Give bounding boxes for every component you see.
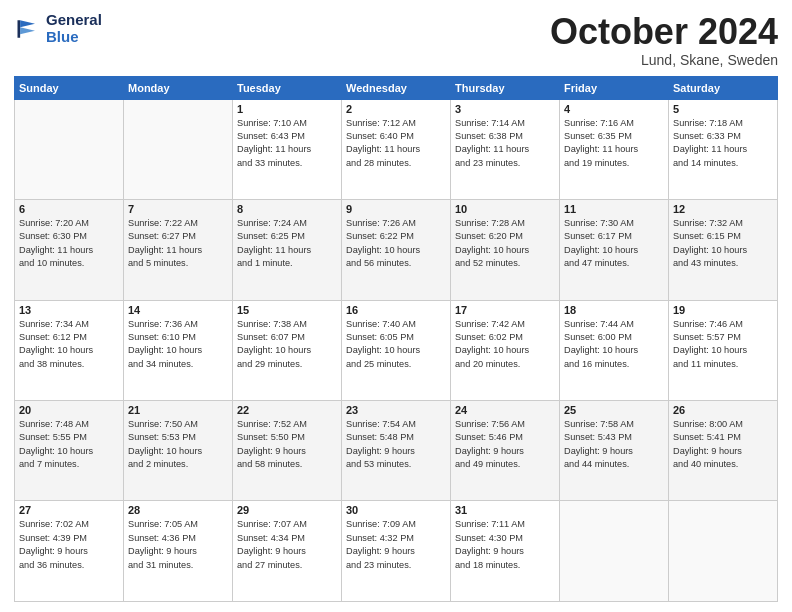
day-info: Sunrise: 7:10 AMSunset: 6:43 PMDaylight:… xyxy=(237,117,337,170)
day-info: Sunrise: 7:32 AMSunset: 6:15 PMDaylight:… xyxy=(673,217,773,270)
day-info: Sunrise: 7:02 AMSunset: 4:39 PMDaylight:… xyxy=(19,518,119,571)
day-info: Sunrise: 7:48 AMSunset: 5:55 PMDaylight:… xyxy=(19,418,119,471)
calendar-week-0: 1Sunrise: 7:10 AMSunset: 6:43 PMDaylight… xyxy=(15,99,778,199)
table-row: 11Sunrise: 7:30 AMSunset: 6:17 PMDayligh… xyxy=(560,200,669,300)
table-row: 4Sunrise: 7:16 AMSunset: 6:35 PMDaylight… xyxy=(560,99,669,199)
day-info: Sunrise: 7:26 AMSunset: 6:22 PMDaylight:… xyxy=(346,217,446,270)
table-row: 25Sunrise: 7:58 AMSunset: 5:43 PMDayligh… xyxy=(560,401,669,501)
table-row: 27Sunrise: 7:02 AMSunset: 4:39 PMDayligh… xyxy=(15,501,124,602)
day-number: 26 xyxy=(673,404,773,416)
subtitle: Lund, Skane, Sweden xyxy=(550,52,778,68)
table-row: 18Sunrise: 7:44 AMSunset: 6:00 PMDayligh… xyxy=(560,300,669,400)
day-info: Sunrise: 7:46 AMSunset: 5:57 PMDaylight:… xyxy=(673,318,773,371)
table-row: 10Sunrise: 7:28 AMSunset: 6:20 PMDayligh… xyxy=(451,200,560,300)
calendar-week-3: 20Sunrise: 7:48 AMSunset: 5:55 PMDayligh… xyxy=(15,401,778,501)
day-number: 18 xyxy=(564,304,664,316)
day-number: 24 xyxy=(455,404,555,416)
col-friday: Friday xyxy=(560,76,669,99)
day-number: 29 xyxy=(237,504,337,516)
calendar-header-row: Sunday Monday Tuesday Wednesday Thursday… xyxy=(15,76,778,99)
day-number: 17 xyxy=(455,304,555,316)
table-row: 15Sunrise: 7:38 AMSunset: 6:07 PMDayligh… xyxy=(233,300,342,400)
table-row xyxy=(560,501,669,602)
day-number: 6 xyxy=(19,203,119,215)
day-info: Sunrise: 7:12 AMSunset: 6:40 PMDaylight:… xyxy=(346,117,446,170)
table-row: 13Sunrise: 7:34 AMSunset: 6:12 PMDayligh… xyxy=(15,300,124,400)
day-number: 12 xyxy=(673,203,773,215)
col-thursday: Thursday xyxy=(451,76,560,99)
table-row: 24Sunrise: 7:56 AMSunset: 5:46 PMDayligh… xyxy=(451,401,560,501)
table-row xyxy=(669,501,778,602)
day-number: 7 xyxy=(128,203,228,215)
day-info: Sunrise: 7:09 AMSunset: 4:32 PMDaylight:… xyxy=(346,518,446,571)
day-number: 15 xyxy=(237,304,337,316)
month-title: October 2024 xyxy=(550,12,778,52)
day-number: 23 xyxy=(346,404,446,416)
day-number: 1 xyxy=(237,103,337,115)
day-info: Sunrise: 7:34 AMSunset: 6:12 PMDaylight:… xyxy=(19,318,119,371)
day-info: Sunrise: 7:16 AMSunset: 6:35 PMDaylight:… xyxy=(564,117,664,170)
day-info: Sunrise: 7:40 AMSunset: 6:05 PMDaylight:… xyxy=(346,318,446,371)
table-row: 23Sunrise: 7:54 AMSunset: 5:48 PMDayligh… xyxy=(342,401,451,501)
col-tuesday: Tuesday xyxy=(233,76,342,99)
table-row xyxy=(15,99,124,199)
day-info: Sunrise: 7:50 AMSunset: 5:53 PMDaylight:… xyxy=(128,418,228,471)
day-info: Sunrise: 7:07 AMSunset: 4:34 PMDaylight:… xyxy=(237,518,337,571)
svg-marker-3 xyxy=(20,27,35,34)
calendar-week-4: 27Sunrise: 7:02 AMSunset: 4:39 PMDayligh… xyxy=(15,501,778,602)
day-number: 21 xyxy=(128,404,228,416)
table-row: 17Sunrise: 7:42 AMSunset: 6:02 PMDayligh… xyxy=(451,300,560,400)
table-row: 1Sunrise: 7:10 AMSunset: 6:43 PMDaylight… xyxy=(233,99,342,199)
table-row xyxy=(124,99,233,199)
table-row: 28Sunrise: 7:05 AMSunset: 4:36 PMDayligh… xyxy=(124,501,233,602)
day-number: 27 xyxy=(19,504,119,516)
day-number: 19 xyxy=(673,304,773,316)
day-info: Sunrise: 7:30 AMSunset: 6:17 PMDaylight:… xyxy=(564,217,664,270)
logo-icon xyxy=(14,15,42,43)
table-row: 22Sunrise: 7:52 AMSunset: 5:50 PMDayligh… xyxy=(233,401,342,501)
day-info: Sunrise: 7:20 AMSunset: 6:30 PMDaylight:… xyxy=(19,217,119,270)
logo: General Blue xyxy=(14,12,102,45)
day-info: Sunrise: 7:44 AMSunset: 6:00 PMDaylight:… xyxy=(564,318,664,371)
table-row: 26Sunrise: 8:00 AMSunset: 5:41 PMDayligh… xyxy=(669,401,778,501)
day-number: 31 xyxy=(455,504,555,516)
title-block: October 2024 Lund, Skane, Sweden xyxy=(550,12,778,68)
day-number: 20 xyxy=(19,404,119,416)
col-saturday: Saturday xyxy=(669,76,778,99)
day-number: 9 xyxy=(346,203,446,215)
table-row: 5Sunrise: 7:18 AMSunset: 6:33 PMDaylight… xyxy=(669,99,778,199)
calendar-week-1: 6Sunrise: 7:20 AMSunset: 6:30 PMDaylight… xyxy=(15,200,778,300)
table-row: 9Sunrise: 7:26 AMSunset: 6:22 PMDaylight… xyxy=(342,200,451,300)
day-number: 10 xyxy=(455,203,555,215)
day-number: 28 xyxy=(128,504,228,516)
day-number: 25 xyxy=(564,404,664,416)
day-info: Sunrise: 7:52 AMSunset: 5:50 PMDaylight:… xyxy=(237,418,337,471)
table-row: 6Sunrise: 7:20 AMSunset: 6:30 PMDaylight… xyxy=(15,200,124,300)
day-info: Sunrise: 7:36 AMSunset: 6:10 PMDaylight:… xyxy=(128,318,228,371)
table-row: 3Sunrise: 7:14 AMSunset: 6:38 PMDaylight… xyxy=(451,99,560,199)
table-row: 31Sunrise: 7:11 AMSunset: 4:30 PMDayligh… xyxy=(451,501,560,602)
day-info: Sunrise: 7:38 AMSunset: 6:07 PMDaylight:… xyxy=(237,318,337,371)
svg-marker-2 xyxy=(20,20,35,27)
day-number: 14 xyxy=(128,304,228,316)
table-row: 12Sunrise: 7:32 AMSunset: 6:15 PMDayligh… xyxy=(669,200,778,300)
table-row: 21Sunrise: 7:50 AMSunset: 5:53 PMDayligh… xyxy=(124,401,233,501)
table-row: 20Sunrise: 7:48 AMSunset: 5:55 PMDayligh… xyxy=(15,401,124,501)
table-row: 30Sunrise: 7:09 AMSunset: 4:32 PMDayligh… xyxy=(342,501,451,602)
page: General Blue October 2024 Lund, Skane, S… xyxy=(0,0,792,612)
day-number: 16 xyxy=(346,304,446,316)
day-number: 13 xyxy=(19,304,119,316)
table-row: 8Sunrise: 7:24 AMSunset: 6:25 PMDaylight… xyxy=(233,200,342,300)
header: General Blue October 2024 Lund, Skane, S… xyxy=(14,12,778,68)
day-number: 30 xyxy=(346,504,446,516)
day-info: Sunrise: 8:00 AMSunset: 5:41 PMDaylight:… xyxy=(673,418,773,471)
day-number: 22 xyxy=(237,404,337,416)
table-row: 2Sunrise: 7:12 AMSunset: 6:40 PMDaylight… xyxy=(342,99,451,199)
day-number: 4 xyxy=(564,103,664,115)
day-info: Sunrise: 7:24 AMSunset: 6:25 PMDaylight:… xyxy=(237,217,337,270)
table-row: 29Sunrise: 7:07 AMSunset: 4:34 PMDayligh… xyxy=(233,501,342,602)
table-row: 14Sunrise: 7:36 AMSunset: 6:10 PMDayligh… xyxy=(124,300,233,400)
table-row: 19Sunrise: 7:46 AMSunset: 5:57 PMDayligh… xyxy=(669,300,778,400)
table-row: 7Sunrise: 7:22 AMSunset: 6:27 PMDaylight… xyxy=(124,200,233,300)
day-info: Sunrise: 7:58 AMSunset: 5:43 PMDaylight:… xyxy=(564,418,664,471)
